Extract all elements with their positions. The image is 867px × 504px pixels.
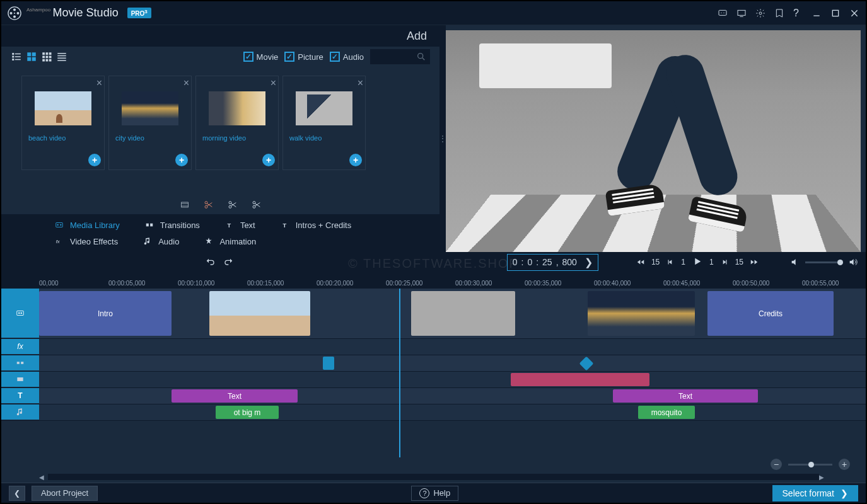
screen-icon[interactable] <box>736 8 747 18</box>
close-icon[interactable] <box>849 8 859 18</box>
track-head-transition[interactable] <box>1 355 39 371</box>
rewind-icon[interactable] <box>636 258 645 266</box>
play-icon[interactable] <box>692 256 703 267</box>
media-card-morning[interactable]: × morning video + <box>195 76 279 170</box>
tab-intros[interactable]: TIntros + Credits <box>281 220 352 230</box>
timecode-next-icon[interactable]: ❯ <box>585 256 593 268</box>
tab-text[interactable]: TText <box>225 220 255 230</box>
horizontal-scrollbar[interactable] <box>48 474 819 480</box>
fast-forward-icon[interactable] <box>750 258 759 266</box>
track-head-video[interactable] <box>1 289 39 338</box>
card-add-button[interactable]: + <box>175 154 188 166</box>
maximize-icon[interactable] <box>830 8 841 18</box>
track-head-audio[interactable] <box>1 404 39 420</box>
volume-low-icon[interactable] <box>790 257 800 267</box>
card-add-button[interactable]: + <box>349 154 362 166</box>
zoom-out-button[interactable]: − <box>771 459 782 470</box>
add-button[interactable]: Add <box>407 30 427 43</box>
scissors-left-icon[interactable] <box>228 200 238 210</box>
svg-point-7 <box>721 12 721 13</box>
volume-high-icon[interactable] <box>848 257 858 267</box>
tab-video-effects[interactable]: fxVideo Effects <box>55 237 118 246</box>
audio-track[interactable]: ot big m mosquito <box>39 404 866 420</box>
track-head-overlay[interactable] <box>1 372 39 387</box>
view-list-icon[interactable] <box>11 51 22 62</box>
text-clip[interactable]: Text <box>613 389 758 403</box>
help-button[interactable]: ?Help <box>411 486 458 501</box>
svg-rect-21 <box>15 59 21 60</box>
media-card-city[interactable]: × city video + <box>108 76 192 170</box>
back-button[interactable]: ❮ <box>9 486 25 501</box>
note-icon[interactable] <box>774 8 784 18</box>
tab-transitions[interactable]: Transitions <box>145 220 200 230</box>
clip-intro[interactable]: Intro <box>39 291 172 336</box>
svg-rect-27 <box>46 52 49 55</box>
zoom-in-button[interactable]: + <box>839 459 850 470</box>
filter-picture-checkbox[interactable]: Picture <box>284 52 323 62</box>
audio-clip[interactable]: mosquito <box>638 406 695 419</box>
prev-frame-icon[interactable] <box>666 258 675 266</box>
time-ruler[interactable]: 00,000 00:00:05,000 00:00:10,000 00:00:1… <box>1 272 866 289</box>
transition-marker[interactable] <box>323 357 334 370</box>
timecode-display[interactable]: 0:0:25,800 ❯ <box>507 254 598 271</box>
view-grid-large-icon[interactable] <box>26 51 37 62</box>
fx-track[interactable] <box>39 339 866 355</box>
track-head-text[interactable]: T <box>1 388 39 404</box>
audio-clip[interactable]: ot big m <box>216 406 279 419</box>
filter-audio-checkbox[interactable]: Audio <box>330 52 364 62</box>
select-format-button[interactable]: Select format❯ <box>772 485 858 501</box>
view-grid-small-icon[interactable] <box>41 51 52 62</box>
text-clip[interactable]: Text <box>172 389 298 403</box>
text-track[interactable]: Text Text <box>39 388 866 404</box>
transition-track[interactable] <box>39 355 866 371</box>
scroll-right-icon[interactable]: ▶ <box>819 474 828 481</box>
next-frame-icon[interactable] <box>720 258 729 266</box>
preview-panel <box>446 25 866 252</box>
minimize-icon[interactable] <box>812 8 822 18</box>
gear-icon[interactable] <box>755 8 765 18</box>
playhead[interactable] <box>399 289 400 457</box>
tab-media-library[interactable]: Media Library <box>55 220 120 230</box>
scissors-right-icon[interactable] <box>252 200 262 210</box>
clip-city[interactable] <box>588 291 695 336</box>
tab-audio[interactable]: Audio <box>143 237 179 246</box>
card-close-icon[interactable]: × <box>183 78 189 88</box>
help-icon[interactable]: ? <box>793 8 799 19</box>
scroll-left-icon[interactable]: ◀ <box>39 474 48 481</box>
video-track[interactable]: Intro Credits <box>39 289 866 338</box>
preview-viewport[interactable] <box>446 30 861 252</box>
clip-credits[interactable]: Credits <box>707 291 834 336</box>
volume-slider[interactable] <box>805 261 843 263</box>
scissors-icon[interactable] <box>204 200 214 210</box>
card-close-icon[interactable]: × <box>358 78 363 88</box>
clip-walk[interactable] <box>411 291 515 336</box>
track-head-fx[interactable]: fx <box>1 339 39 355</box>
svg-point-1 <box>13 8 16 11</box>
media-card-walk[interactable]: × walk video + <box>282 76 366 170</box>
chat-icon[interactable] <box>718 8 728 18</box>
abort-project-button[interactable]: Abort Project <box>32 486 98 501</box>
view-details-icon[interactable] <box>56 51 67 62</box>
svg-rect-56 <box>56 223 63 227</box>
media-card-beach[interactable]: × beach video + <box>21 76 105 170</box>
card-add-button[interactable]: + <box>88 154 101 166</box>
clip-beach[interactable] <box>209 291 310 336</box>
panel-divider[interactable]: ⋮ <box>439 25 446 252</box>
zoom-slider[interactable] <box>788 464 832 466</box>
overlay-track[interactable] <box>39 372 866 387</box>
svg-point-67 <box>18 312 20 314</box>
undo-icon[interactable] <box>204 257 216 267</box>
tab-animation[interactable]: Animation <box>204 237 256 246</box>
redo-icon[interactable] <box>223 257 235 267</box>
search-input[interactable] <box>370 49 430 64</box>
svg-rect-18 <box>12 56 14 58</box>
card-close-icon[interactable]: × <box>96 78 102 88</box>
filter-movie-checkbox[interactable]: Movie <box>243 52 279 62</box>
transport-bar: 0:0:25,800 ❯ 15 1 1 15 <box>1 252 866 272</box>
overlay-clip[interactable] <box>511 373 649 386</box>
card-close-icon[interactable]: × <box>271 78 276 88</box>
svg-rect-59 <box>146 224 149 227</box>
film-cut-icon[interactable] <box>180 200 190 210</box>
card-add-button[interactable]: + <box>262 154 275 166</box>
transition-diamond[interactable] <box>579 357 594 371</box>
